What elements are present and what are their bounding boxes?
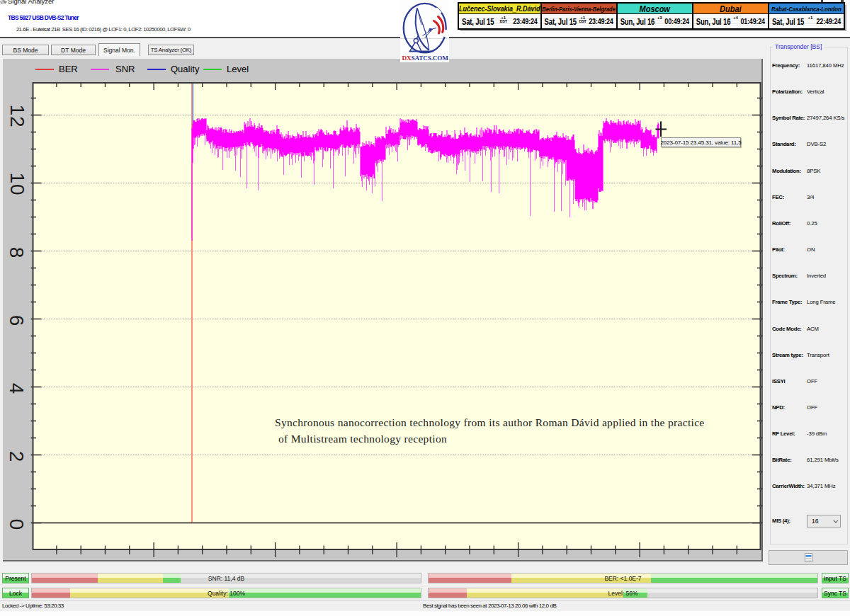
svg-text:DXSATCS.COM: DXSATCS.COM (402, 55, 449, 62)
